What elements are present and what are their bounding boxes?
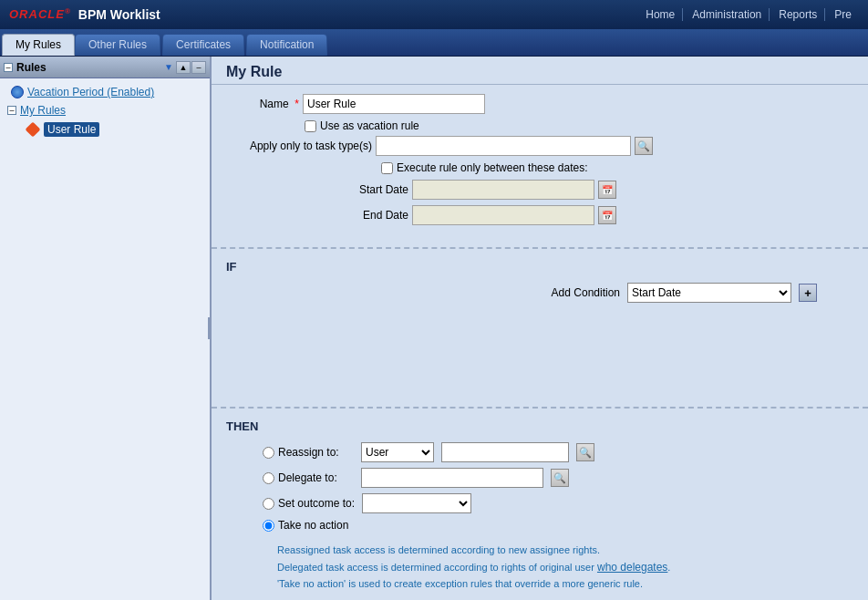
add-condition-label: Add Condition bbox=[552, 286, 620, 299]
name-label: Name * bbox=[226, 98, 299, 110]
vacation-period-label[interactable]: Vacation Period (Enabled) bbox=[27, 86, 154, 98]
if-label: IF bbox=[212, 256, 868, 277]
right-content: My Rule Name * Use as vacation rule Appl… bbox=[212, 57, 868, 600]
reassign-type-select[interactable]: User Group Role bbox=[361, 442, 434, 462]
main-layout: – Rules ▼ ▲ – Vacation Period (Enabled) … bbox=[0, 57, 868, 600]
tab-bar: My Rules Other Rules Certificates Notifi… bbox=[0, 29, 868, 57]
if-divider bbox=[212, 247, 868, 249]
then-section: Reassign to: User Group Role 🔍 Delegate … bbox=[212, 437, 868, 600]
then-label: THEN bbox=[212, 416, 868, 437]
nav-home[interactable]: Home bbox=[638, 8, 683, 21]
tab-my-rules[interactable]: My Rules bbox=[2, 34, 75, 56]
tab-notification[interactable]: Notification bbox=[246, 34, 327, 56]
end-date-label: End Date bbox=[336, 209, 408, 222]
start-date-input[interactable] bbox=[412, 180, 594, 200]
execute-dates-label: Execute rule only between these dates: bbox=[397, 161, 587, 174]
my-rules-collapse-icon[interactable]: – bbox=[7, 106, 16, 115]
end-date-row: End Date 📅 bbox=[226, 205, 853, 225]
tab-other-rules[interactable]: Other Rules bbox=[75, 34, 160, 56]
reassign-radio[interactable] bbox=[263, 447, 274, 459]
nav-administration[interactable]: Administration bbox=[685, 8, 770, 21]
end-date-input[interactable] bbox=[412, 205, 594, 225]
top-nav-links: Home Administration Reports Pre bbox=[638, 8, 859, 21]
top-navbar: ORACLE® BPM Worklist Home Administration… bbox=[0, 0, 868, 29]
brand-logo: ORACLE® BPM Worklist bbox=[9, 7, 160, 22]
then-divider bbox=[212, 407, 868, 409]
who-delegates-link[interactable]: who delegates bbox=[597, 561, 667, 574]
diamond-icon bbox=[26, 122, 41, 138]
reassign-value-input[interactable] bbox=[441, 442, 569, 462]
diamond-wrapper bbox=[26, 122, 40, 137]
take-no-action-radio-label: Take no action bbox=[263, 519, 354, 532]
delegate-radio[interactable] bbox=[263, 472, 274, 484]
start-date-row: Start Date 📅 bbox=[226, 180, 853, 200]
panel-expand-btn[interactable]: ▲ bbox=[176, 61, 191, 74]
tree-item-vacation-period[interactable]: Vacation Period (Enabled) bbox=[4, 84, 206, 100]
tab-certificates[interactable]: Certificates bbox=[162, 34, 244, 56]
vacation-checkbox-row: Use as vacation rule bbox=[305, 119, 853, 132]
nav-reports[interactable]: Reports bbox=[771, 8, 825, 21]
tree-area: Vacation Period (Enabled) – My Rules Use… bbox=[0, 78, 210, 600]
panel-collapse-btn[interactable]: – bbox=[191, 61, 206, 74]
my-rules-label[interactable]: My Rules bbox=[20, 104, 66, 117]
info-links: Reassigned task access is determined acc… bbox=[226, 537, 853, 597]
page-title: My Rule bbox=[226, 64, 282, 79]
bpm-title: BPM Worklist bbox=[78, 7, 160, 22]
condition-select[interactable]: Start Date End Date Priority Title bbox=[627, 283, 791, 303]
tree-item-user-rule[interactable]: User Rule bbox=[4, 120, 206, 139]
add-condition-row: Add Condition Start Date End Date Priori… bbox=[226, 283, 853, 303]
tree-item-my-rules[interactable]: – My Rules bbox=[4, 102, 206, 119]
take-no-action-row: Take no action bbox=[226, 519, 853, 532]
reassign-radio-label: Reassign to: bbox=[263, 446, 354, 459]
apply-task-row: Apply only to task type(s) 🔍 bbox=[226, 136, 853, 156]
take-no-action-radio[interactable] bbox=[263, 520, 274, 532]
globe-icon bbox=[11, 86, 24, 98]
task-type-input[interactable] bbox=[376, 136, 631, 156]
end-date-calendar-btn[interactable]: 📅 bbox=[598, 206, 616, 224]
task-search-button[interactable]: 🔍 bbox=[635, 137, 653, 155]
start-date-calendar-btn[interactable]: 📅 bbox=[598, 181, 616, 199]
user-rule-label[interactable]: User Rule bbox=[44, 122, 99, 137]
sort-icon[interactable]: ▼ bbox=[164, 62, 173, 72]
execute-dates-row: Execute rule only between these dates: bbox=[226, 161, 853, 174]
vacation-checkbox-label: Use as vacation rule bbox=[320, 119, 419, 132]
panel-controls: ▼ ▲ – bbox=[164, 61, 206, 74]
apply-label: Apply only to task type(s) bbox=[226, 140, 372, 152]
nav-pre[interactable]: Pre bbox=[827, 8, 859, 21]
if-section: Add Condition Start Date End Date Priori… bbox=[212, 277, 868, 308]
collapse-rules-icon[interactable]: – bbox=[4, 63, 13, 72]
name-input[interactable] bbox=[303, 94, 485, 114]
add-condition-button[interactable]: + bbox=[799, 284, 817, 302]
set-outcome-radio-label: Set outcome to: bbox=[263, 497, 355, 510]
delegate-search-button[interactable]: 🔍 bbox=[551, 469, 569, 487]
if-spacer bbox=[212, 308, 868, 399]
reassign-search-button[interactable]: 🔍 bbox=[576, 443, 594, 461]
name-row: Name * bbox=[226, 94, 853, 114]
panel-collapse-toggle[interactable]: ◀ bbox=[208, 317, 212, 339]
delegate-value-input[interactable] bbox=[361, 468, 543, 488]
execute-dates-checkbox[interactable] bbox=[381, 162, 393, 174]
delegate-row: Delegate to: 🔍 bbox=[226, 468, 853, 488]
reassign-row: Reassign to: User Group Role 🔍 bbox=[226, 442, 853, 462]
start-date-label: Start Date bbox=[336, 183, 408, 196]
left-panel-header: – Rules ▼ ▲ – bbox=[0, 57, 210, 78]
set-outcome-row: Set outcome to: bbox=[226, 493, 853, 513]
vacation-checkbox[interactable] bbox=[305, 120, 316, 132]
panel-title: Rules bbox=[13, 61, 164, 74]
oracle-logo: ORACLE® bbox=[9, 7, 71, 21]
delegate-radio-label: Delegate to: bbox=[263, 471, 354, 484]
info-line-1: Reassigned task access is determined acc… bbox=[277, 543, 839, 559]
form-area: Name * Use as vacation rule Apply only t… bbox=[212, 85, 868, 240]
set-outcome-radio[interactable] bbox=[263, 498, 274, 510]
content-header: My Rule bbox=[212, 57, 868, 85]
set-outcome-select[interactable] bbox=[362, 493, 471, 513]
info-line-2: Delegated task access is determined acco… bbox=[277, 559, 839, 576]
info-line-3: 'Take no action' is used to create excep… bbox=[277, 576, 839, 593]
left-panel: – Rules ▼ ▲ – Vacation Period (Enabled) … bbox=[0, 57, 212, 600]
